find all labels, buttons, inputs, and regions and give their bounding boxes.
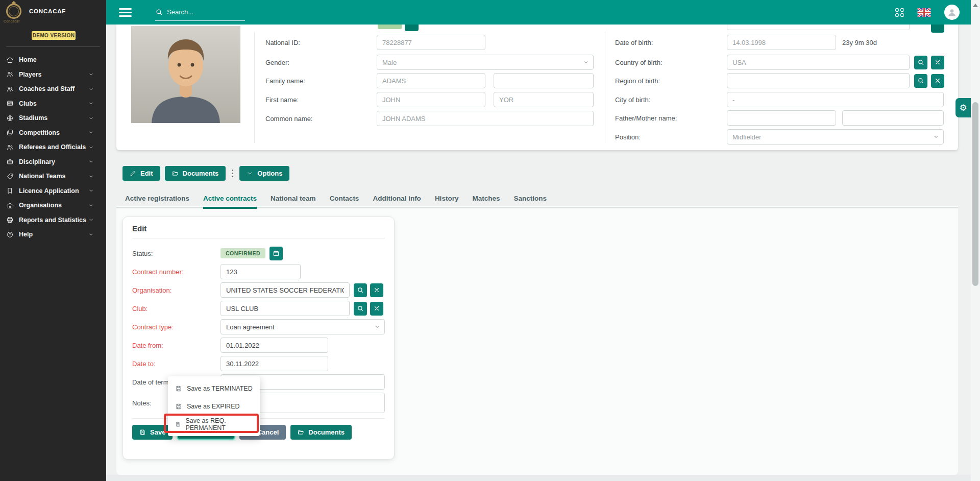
edit-card-title: Edit <box>132 224 385 238</box>
father-mother-name-label: Father/Mother name: <box>615 114 727 122</box>
kebab-menu-icon[interactable] <box>232 170 233 177</box>
sidebar-item-label: Competitions <box>19 129 60 136</box>
pencil-icon <box>130 170 136 177</box>
national-id-field[interactable] <box>377 35 485 50</box>
menu-item-save-as-expired[interactable]: Save as EXPIRED <box>168 399 260 414</box>
first-name-field[interactable] <box>377 92 485 107</box>
settings-gear-button[interactable]: ⚙ <box>955 98 971 117</box>
country-search-button[interactable] <box>914 56 927 69</box>
gender-select[interactable]: Male <box>377 55 594 70</box>
date-of-birth-label: Date of birth: <box>615 39 727 46</box>
sidebar-item-stadiums[interactable]: Stadiums <box>0 111 106 126</box>
first-name-label: First name: <box>265 96 377 104</box>
first-name-alt-field[interactable] <box>494 92 594 107</box>
status-calendar-button[interactable] <box>270 247 283 260</box>
tab-matches[interactable]: Matches <box>472 195 500 207</box>
date-from-field[interactable] <box>220 338 328 353</box>
contract-documents-button[interactable]: Documents <box>290 425 352 440</box>
sidebar-item-reports-and-statistics[interactable]: Reports and Statistics <box>0 213 106 228</box>
tab-active-contracts[interactable]: Active contracts <box>203 195 257 209</box>
father-mother-alt-field[interactable] <box>842 110 944 126</box>
sidebar-item-help[interactable]: Help <box>0 227 106 242</box>
scroll-up-arrow-icon[interactable] <box>973 4 978 7</box>
region-clear-button[interactable] <box>931 74 944 88</box>
edit-button[interactable]: Edit <box>122 166 160 181</box>
organisation-search-button[interactable] <box>354 283 367 297</box>
tab-additional-info[interactable]: Additional info <box>373 195 421 207</box>
sidebar-item-disciplinary[interactable]: Disciplinary <box>0 155 106 170</box>
sidebar-item-referees-and-officials[interactable]: Referees and Officials <box>0 140 106 155</box>
region-of-birth-label: Region of birth: <box>615 77 727 85</box>
common-name-field[interactable] <box>377 111 594 126</box>
contract-number-field[interactable] <box>220 264 301 279</box>
action-button-partial[interactable] <box>405 25 419 31</box>
hamburger-menu-icon[interactable] <box>119 8 132 17</box>
region-search-button[interactable] <box>914 74 927 88</box>
sidebar-item-label: Licence Application <box>19 187 79 195</box>
tab-contacts[interactable]: Contacts <box>330 195 359 207</box>
close-icon <box>373 286 380 294</box>
scrollbar-thumb[interactable] <box>972 102 978 286</box>
sidebar-item-organisations[interactable]: Organisations <box>0 198 106 213</box>
sidebar-item-label: Reports and Statistics <box>19 217 86 224</box>
date-to-field[interactable] <box>220 356 328 371</box>
person-icon <box>947 7 957 17</box>
global-search <box>155 4 245 21</box>
documents-button[interactable]: Documents <box>165 166 226 181</box>
sidebar-item-home[interactable]: Home <box>0 53 106 67</box>
licence-icon <box>6 187 14 195</box>
chevron-down-icon <box>374 324 380 330</box>
action-button-partial[interactable] <box>931 25 944 33</box>
club-clear-button[interactable] <box>370 302 383 316</box>
player-portrait-image <box>131 26 240 123</box>
sidebar-item-competitions[interactable]: Competitions <box>0 126 106 140</box>
page-scrollbar[interactable] <box>971 0 980 481</box>
concacaf-logo-caption: Concacaf <box>4 19 19 23</box>
chevron-down-icon <box>87 174 95 179</box>
sidebar-item-national-teams[interactable]: National Teams <box>0 169 106 184</box>
sidebar-item-coaches-and-staff[interactable]: Coaches and Staff <box>0 82 106 97</box>
disciplinary-icon <box>6 158 14 165</box>
position-select[interactable]: Midfielder <box>727 129 944 145</box>
player-profile-card: National ID: Gender: Male Family name: F… <box>116 25 958 150</box>
uk-flag-language-icon[interactable] <box>917 8 931 17</box>
sidebar-item-clubs[interactable]: Clubs <box>0 97 106 111</box>
tab-national-team[interactable]: National team <box>271 195 316 207</box>
tab-active-registrations[interactable]: Active registrations <box>125 195 189 207</box>
organisation-clear-button[interactable] <box>370 283 383 297</box>
chevron-down-icon <box>87 217 95 223</box>
organisation-field[interactable] <box>220 282 350 298</box>
chevron-down-icon <box>933 134 939 140</box>
tab-history[interactable]: History <box>435 195 459 207</box>
contract-type-select[interactable]: Loan agreement <box>220 319 385 334</box>
father-mother-field[interactable] <box>727 110 836 126</box>
status-label: Status: <box>132 250 220 257</box>
apps-grid-icon[interactable] <box>895 8 904 17</box>
country-of-birth-field[interactable] <box>727 55 910 70</box>
family-name-field[interactable] <box>377 73 485 88</box>
concacaf-logo-icon[interactable] <box>6 4 21 19</box>
sidebar-item-players[interactable]: Players <box>0 67 106 82</box>
club-field[interactable] <box>220 301 350 316</box>
city-of-birth-field[interactable] <box>727 92 944 107</box>
organisations-icon <box>6 202 14 209</box>
page-bottom-strip <box>106 475 971 481</box>
menu-item-save-as-terminated[interactable]: Save as TERMINATED <box>168 381 260 396</box>
family-name-alt-field[interactable] <box>494 73 594 88</box>
club-search-button[interactable] <box>354 302 367 316</box>
floppy-disk-icon <box>139 429 146 436</box>
sidebar: Concacaf CONCACAF DEMO VERSION Home Play… <box>0 0 106 481</box>
tab-sanctions[interactable]: Sanctions <box>513 195 547 207</box>
chevron-down-icon <box>87 203 95 208</box>
options-button[interactable]: Options <box>239 166 289 181</box>
date-of-birth-field[interactable] <box>727 35 836 50</box>
user-avatar[interactable] <box>944 5 960 20</box>
city-of-birth-label: City of birth: <box>615 96 727 104</box>
menu-item-save-as-req-permanent[interactable]: Save as REQ. PERMANENT <box>168 417 260 432</box>
region-of-birth-field[interactable] <box>727 73 910 88</box>
common-name-label: Common name: <box>265 115 377 123</box>
sidebar-item-licence-application[interactable]: Licence Application <box>0 184 106 199</box>
search-input[interactable] <box>167 8 233 16</box>
country-clear-button[interactable] <box>931 56 944 69</box>
save-button[interactable]: Save <box>132 425 173 440</box>
